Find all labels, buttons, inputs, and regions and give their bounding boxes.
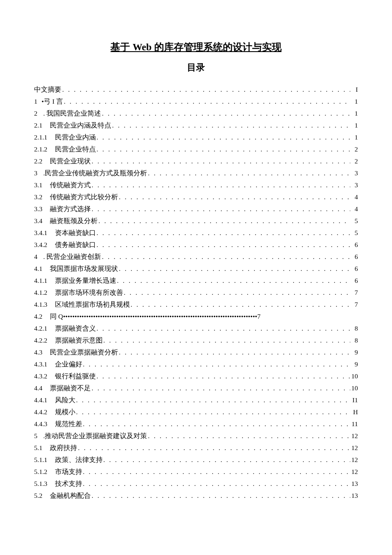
toc-entry-spacer xyxy=(48,478,55,490)
toc-entry-spacer xyxy=(43,119,50,131)
toc-entry-number: 5.2 xyxy=(34,490,43,502)
toc-entry-label: 区域性票据市场初具规模 xyxy=(55,299,130,311)
toc-entry-label: 民营企业内涵 xyxy=(55,131,96,143)
toc-entry: 2.1 民营企业内涵及特点1 xyxy=(34,119,358,131)
toc-entry: 3.3 融资方式选择4 xyxy=(34,203,358,215)
toc-entry-spacer xyxy=(48,323,55,334)
toc-entry-leader xyxy=(77,442,350,454)
toc-entry-label: 市场支持 xyxy=(55,466,82,478)
toc-entry-label: 中文摘要 xyxy=(34,84,61,96)
toc-entry: 中文摘要I xyxy=(34,84,358,96)
toc-entry-spacer xyxy=(48,406,55,418)
toc-entry-number: 5.1.1 xyxy=(34,454,48,466)
toc-entry-spacer xyxy=(48,466,55,478)
toc-entry-leader xyxy=(130,299,351,311)
toc-entry-spacer xyxy=(38,430,43,442)
toc-entry: 4.2.2 票据融资示意图8 xyxy=(34,334,358,346)
toc-entry-leader xyxy=(82,358,351,370)
toc-entry-number: 2.1 xyxy=(34,119,43,131)
toc-entry: 5.1.3 技术支持13 xyxy=(34,478,358,490)
toc-entry-leader xyxy=(96,370,351,382)
toc-entry-label: 规模小 xyxy=(55,406,75,418)
toc-entry: 5.1.1 政策、法律支持12 xyxy=(34,454,358,466)
toc-entry-number: 3.4.1 xyxy=(34,227,48,239)
toc-entry-number: 4.3.1 xyxy=(34,358,48,370)
toc-entry-spacer xyxy=(48,299,55,311)
toc-entry-spacer xyxy=(38,251,43,263)
toc-entry-number: 1 xyxy=(34,96,38,108)
toc-entry-page: 8 xyxy=(350,323,358,334)
toc-entry-page: 12 xyxy=(350,430,358,442)
toc-entry-spacer xyxy=(48,358,55,370)
toc-entry: 3.4.2 债务融资缺口6 xyxy=(34,239,358,251)
toc-entry-leader xyxy=(116,275,351,287)
toc-entry-page: 9 xyxy=(350,346,358,358)
toc-entry: 4.2 同 Q•••••••••••••••••••••••••••••••••… xyxy=(34,311,358,323)
toc-entry-label: 票据市场环境有所改善 xyxy=(55,287,123,299)
toc-entry-leader xyxy=(101,251,350,263)
toc-entry-page: 12 xyxy=(350,466,358,478)
toc-entry-label: 融资瓶颈及分析 xyxy=(50,215,98,227)
toc-entry-page: 5 xyxy=(350,215,358,227)
toc-entry-leader xyxy=(96,143,351,155)
toc-entry: 4.4.2 规模小H xyxy=(34,406,358,418)
toc-entry-label: •弓 I 言 xyxy=(42,96,63,108)
toc-entry: 3.4.1 资本融资缺口5 xyxy=(34,227,358,239)
toc-entry-number: 3 xyxy=(34,167,38,179)
toc-entry-label: 我国票据市场发展现状 xyxy=(50,263,118,275)
toc-entry-spacer xyxy=(48,143,55,155)
toc-entry-label: . 我国民营企业简述 xyxy=(43,108,101,119)
toc-entry-page: 8 xyxy=(350,334,358,346)
toc-entry-page: 2 xyxy=(350,155,358,167)
toc-entry-spacer xyxy=(48,334,55,346)
toc-entry-spacer xyxy=(43,191,50,203)
toc-entry-number: 5 xyxy=(34,430,38,442)
toc-entry-leader xyxy=(96,227,351,239)
toc-entry-page: 1 xyxy=(350,96,358,108)
toc-entry-number: 4.4 xyxy=(34,382,43,394)
toc-entry-page: 6 xyxy=(350,275,358,287)
toc-entry: 4.1 我国票据市场发展现状6 xyxy=(34,263,358,275)
toc-entry-leader xyxy=(101,108,350,119)
toc-entry-label: . 民营企业融资创新 xyxy=(43,251,101,263)
toc-entry-page: 1 xyxy=(350,131,358,143)
toc-entry-number: 4.3 xyxy=(34,346,43,358)
toc-entry: 4.4.1 风险大I1 xyxy=(34,394,358,406)
toc-entry: 4.2.1 票据融资含义8 xyxy=(34,323,358,334)
toc-entry-leader xyxy=(96,239,351,251)
toc-entry-spacer xyxy=(43,179,50,191)
toc-entry-number: 3.3 xyxy=(34,203,43,215)
toc-entry-spacer xyxy=(48,394,55,406)
toc-entry: 2.2 民营企业现状2 xyxy=(34,155,358,167)
toc-entry-label: 银行利益驱使 xyxy=(55,370,96,382)
toc-entry-number: 4.4.1 xyxy=(34,394,48,406)
toc-entry: 2.1.2 民营企业特点2 xyxy=(34,143,358,155)
toc-entry-label: 债务融资缺口 xyxy=(55,239,96,251)
toc-entry-spacer xyxy=(38,167,43,179)
toc-entry-number: 3.4.2 xyxy=(34,239,48,251)
toc-entry-label: .民营企业传统融资方式及瓶颈分析 xyxy=(43,167,147,179)
toc-entry-number: 4.4.2 xyxy=(34,406,48,418)
toc-entry-page: 1 xyxy=(350,108,358,119)
toc-entry: 4.4 票据融资不足10 xyxy=(34,382,358,394)
toc-entry-spacer xyxy=(48,227,55,239)
toc-entry-page: 3 xyxy=(350,179,358,191)
toc-entry-label: 政府扶持 xyxy=(50,442,77,454)
toc-entry-number: 2.1.1 xyxy=(34,131,48,143)
toc-entry-number: 5.1.3 xyxy=(34,478,48,490)
toc-entry-spacer xyxy=(38,96,42,108)
toc-entry-spacer xyxy=(48,287,55,299)
toc-entry: 5.1 政府扶持12 xyxy=(34,442,358,454)
document-title: 基于 Web 的库存管理系统的设计与实现 xyxy=(34,41,358,54)
toc-entry: 3.4 融资瓶颈及分析5 xyxy=(34,215,358,227)
toc-entry-leader xyxy=(63,96,350,108)
toc-entry-label: 政策、法律支持 xyxy=(55,454,103,466)
toc-entry-label: 传统融资方式比较分析 xyxy=(50,191,118,203)
toc-entry: 4.3.2 银行利益驱使10 xyxy=(34,370,358,382)
toc-entry: 3 .民营企业传统融资方式及瓶颈分析3 xyxy=(34,167,358,179)
toc-entry-leader xyxy=(82,466,351,478)
toc-entry: 3.1 传统融资方式3 xyxy=(34,179,358,191)
toc-entry-label: 风险大 xyxy=(55,394,75,406)
toc-entry-page: 6 xyxy=(350,239,358,251)
toc-entry-leader xyxy=(82,478,351,490)
